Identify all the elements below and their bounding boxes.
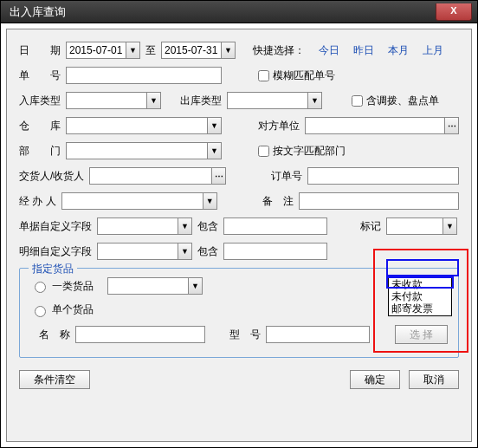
suborder-input[interactable]	[307, 167, 459, 185]
label-date: 日 期	[19, 43, 61, 58]
include-transfer-check[interactable]	[352, 95, 363, 107]
counterparty-lookup[interactable]: ⋯	[305, 117, 459, 134]
fieldset-legend: 指定货品	[29, 262, 77, 276]
radio-catgoods-label: 一类货品	[52, 279, 94, 294]
row-deliverer: 交货人/收货人 ⋯ 订单号	[19, 167, 459, 185]
catgoods-select[interactable]: ▼	[107, 277, 203, 295]
link-last-month[interactable]: 上月	[423, 43, 443, 58]
row-singlegoods: 单个货品	[30, 302, 448, 317]
titlebar: 出入库查询 X	[1, 1, 477, 23]
row-handler: 经 办 人 ▼ 备 注	[19, 192, 459, 210]
label-warehouse: 仓 库	[19, 119, 61, 133]
label-billcustom: 单据自定义字段	[19, 219, 92, 234]
warehouse-select[interactable]: ▼	[66, 117, 222, 134]
link-yesterday[interactable]: 昨日	[353, 43, 374, 58]
date-to-value: 2015-07-31	[165, 44, 217, 56]
label-orderno: 单 号	[19, 68, 61, 83]
deliverer-lookup[interactable]: ⋯	[89, 167, 226, 185]
label-suborder: 订单号	[271, 169, 302, 184]
label-deliverer: 交货人/收货人	[19, 169, 84, 184]
bottom-buttons: 条件清空 确定 取消	[19, 370, 459, 389]
name-input[interactable]	[75, 326, 205, 343]
remark-input[interactable]	[299, 192, 459, 210]
dept-select[interactable]: ▼	[66, 142, 222, 159]
dept-match-label: 按文字匹配部门	[273, 144, 346, 159]
label-contain2: 包含	[197, 244, 218, 259]
cancel-button[interactable]: 取消	[409, 370, 459, 389]
label-mark: 标记	[360, 219, 381, 234]
detailcustom-field-select[interactable]: ▼	[97, 243, 192, 260]
label-outtype: 出库类型	[180, 94, 222, 108]
chevron-down-icon[interactable]: ▼	[188, 278, 202, 294]
row-types: 入库类型 ▼ 出库类型 ▼ 含调拨、盘点单	[19, 92, 459, 109]
row-catgoods: 一类货品 ▼	[30, 277, 448, 295]
row-name-model: 名 称 型 号 选 择	[30, 325, 448, 344]
chevron-down-icon[interactable]: ▼	[442, 218, 456, 234]
fuzzy-order-check[interactable]	[258, 70, 269, 81]
mark-dropdown-list[interactable]: 未收款 未付款 邮寄发票	[388, 276, 452, 316]
chevron-down-icon[interactable]: ▼	[221, 42, 235, 58]
radio-catgoods[interactable]: 一类货品	[30, 279, 94, 294]
row-dept: 部 门 ▼ 按文字匹配部门	[19, 142, 459, 159]
ellipsis-icon[interactable]: ⋯	[211, 168, 225, 184]
row-detailcustom: 明细自定义字段 ▼ 包含	[19, 243, 459, 260]
radio-singlegoods-label: 单个货品	[52, 302, 94, 317]
radio-catgoods-input[interactable]	[35, 282, 46, 293]
label-remark: 备 注	[262, 194, 294, 209]
chevron-down-icon[interactable]: ▼	[146, 93, 160, 108]
radio-singlegoods[interactable]: 单个货品	[30, 302, 94, 317]
link-this-month[interactable]: 本月	[388, 43, 409, 58]
dialog-window: 出入库查询 X 日 期 2015-07-01 ▼ 至 2015-07-31 ▼ …	[0, 0, 478, 448]
row-date: 日 期 2015-07-01 ▼ 至 2015-07-31 ▼ 快捷选择： 今日…	[19, 42, 459, 59]
row-billcustom: 单据自定义字段 ▼ 包含 标记 ▼	[19, 218, 459, 235]
chevron-down-icon[interactable]: ▼	[178, 218, 191, 234]
label-counterparty: 对方单位	[258, 119, 300, 133]
ellipsis-icon[interactable]: ⋯	[444, 118, 458, 133]
link-today[interactable]: 今日	[319, 43, 339, 58]
orderno-input[interactable]	[66, 67, 222, 84]
dept-match-check[interactable]	[258, 146, 269, 157]
ok-button[interactable]: 确定	[350, 370, 400, 389]
dept-match-checkbox[interactable]: 按文字匹配部门	[258, 144, 346, 159]
label-quick: 快捷选择：	[253, 43, 305, 58]
label-dept: 部 门	[19, 144, 61, 159]
include-transfer-checkbox[interactable]: 含调拨、盘点单	[352, 94, 439, 108]
chevron-down-icon[interactable]: ▼	[178, 243, 191, 259]
mark-option[interactable]: 未收款	[389, 278, 451, 290]
chevron-down-icon[interactable]: ▼	[207, 118, 221, 133]
clear-button[interactable]: 条件清空	[19, 370, 90, 389]
label-name: 名 称	[39, 328, 70, 342]
chevron-down-icon[interactable]: ▼	[203, 193, 216, 209]
model-input[interactable]	[266, 326, 370, 343]
billcustom-contain-input[interactable]	[223, 218, 327, 235]
intype-select[interactable]: ▼	[66, 92, 161, 109]
client-area: 日 期 2015-07-01 ▼ 至 2015-07-31 ▼ 快捷选择： 今日…	[1, 23, 477, 447]
billcustom-field-select[interactable]: ▼	[97, 218, 192, 235]
mark-select[interactable]: ▼	[386, 218, 457, 235]
handler-select[interactable]: ▼	[61, 192, 217, 210]
mark-option[interactable]: 邮寄发票	[389, 302, 451, 315]
include-transfer-label: 含调拨、盘点单	[366, 94, 439, 108]
label-to: 至	[145, 43, 156, 58]
label-contain1: 包含	[197, 219, 218, 234]
form-panel: 日 期 2015-07-01 ▼ 至 2015-07-31 ▼ 快捷选择： 今日…	[6, 29, 472, 442]
fuzzy-order-checkbox[interactable]: 模糊匹配单号	[258, 68, 335, 83]
label-handler: 经 办 人	[19, 194, 56, 209]
chevron-down-icon[interactable]: ▼	[307, 93, 321, 108]
chevron-down-icon[interactable]: ▼	[207, 143, 221, 159]
date-to-input[interactable]: 2015-07-31 ▼	[161, 42, 236, 59]
date-from-input[interactable]: 2015-07-01 ▼	[66, 42, 140, 59]
row-orderno: 单 号 模糊匹配单号	[19, 67, 459, 84]
chevron-down-icon[interactable]: ▼	[126, 42, 139, 58]
label-detailcustom: 明细自定义字段	[19, 244, 92, 259]
outtype-select[interactable]: ▼	[227, 92, 322, 109]
mark-option[interactable]: 未付款	[389, 290, 451, 302]
select-goods-button: 选 择	[395, 325, 448, 344]
window-title: 出入库查询	[10, 4, 66, 20]
label-intype: 入库类型	[19, 94, 61, 108]
close-button[interactable]: X	[436, 3, 472, 21]
radio-singlegoods-input[interactable]	[35, 306, 46, 317]
label-model: 型 号	[229, 328, 261, 342]
detailcustom-contain-input[interactable]	[223, 243, 327, 260]
row-warehouse: 仓 库 ▼ 对方单位 ⋯	[19, 117, 459, 134]
